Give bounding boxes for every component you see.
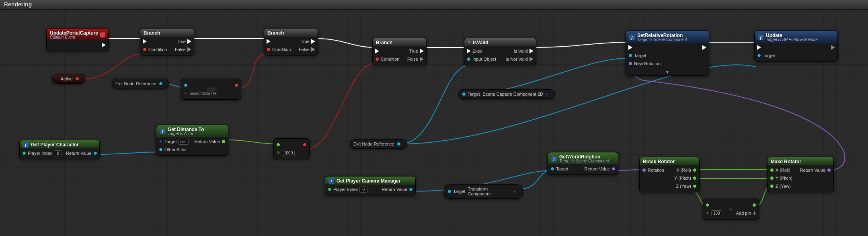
value-input[interactable]: 1000 bbox=[282, 150, 295, 156]
variable-scene-capture-component[interactable]: Target Scene Capture Component 2D bbox=[458, 89, 555, 99]
output-pin[interactable] bbox=[397, 142, 401, 146]
self-input[interactable]: self bbox=[179, 139, 189, 145]
operator-label: == bbox=[207, 85, 215, 94]
true-pin[interactable]: True bbox=[301, 38, 315, 45]
variable-active[interactable]: Active bbox=[52, 74, 85, 84]
x-roll-pin[interactable]: X (Roll) bbox=[676, 167, 697, 173]
rotation-pin[interactable]: Rotation bbox=[642, 167, 664, 173]
return-value-pin[interactable]: Return Value bbox=[195, 138, 226, 145]
false-pin[interactable]: False bbox=[175, 46, 191, 53]
node-less-equal[interactable]: 1000 bbox=[273, 138, 310, 159]
exec-in-pin[interactable] bbox=[375, 48, 399, 54]
node-get-distance-to[interactable]: f Get Distance To Target is Actor Target… bbox=[156, 125, 228, 156]
node-update-portal-capture[interactable]: UpdatePortalCapture Custom Event bbox=[46, 28, 109, 51]
isvalid-pin[interactable]: Is Valid bbox=[514, 48, 534, 54]
target-pin[interactable] bbox=[447, 189, 451, 193]
pin-label: Target bbox=[453, 189, 466, 194]
variable-exit-node-reference[interactable]: Exit Node Reference bbox=[350, 139, 407, 149]
node-add-float[interactable]: 180 ✚Add pin + bbox=[703, 199, 759, 220]
target-pin[interactable] bbox=[462, 92, 466, 96]
return-value-pin[interactable]: Return Value bbox=[800, 167, 831, 173]
node-branch[interactable]: Branch Condition True False bbox=[372, 38, 427, 65]
output-pin[interactable] bbox=[234, 82, 238, 88]
add-pin-button[interactable]: ✚Add pin bbox=[736, 210, 756, 216]
index-input[interactable]: 0 bbox=[359, 187, 367, 193]
pin-label: Rotation bbox=[648, 168, 664, 172]
pin-label: Is Valid bbox=[514, 49, 528, 53]
node-get-player-character[interactable]: f Get Player Character Player Index0 Ret… bbox=[19, 140, 100, 159]
exec-in-pin[interactable] bbox=[628, 44, 661, 51]
input-a-pin[interactable] bbox=[276, 142, 295, 148]
false-pin[interactable]: False bbox=[407, 56, 424, 62]
exec-out-pin[interactable] bbox=[702, 44, 706, 51]
output-pin[interactable] bbox=[752, 202, 756, 208]
node-get-player-camera-manager[interactable]: f Get Player Camera Manager Player Index… bbox=[325, 176, 416, 195]
x-roll-pin[interactable]: X (Roll) bbox=[770, 167, 792, 173]
pin-label: Return Value bbox=[585, 166, 610, 171]
node-isvalid[interactable]: ? IsValid Exec Input Object Is Valid Is … bbox=[464, 38, 536, 65]
value-input[interactable]: 180 bbox=[711, 210, 722, 216]
node-branch[interactable]: Branch Condition True False bbox=[264, 28, 318, 55]
condition-pin[interactable]: Condition bbox=[375, 56, 399, 62]
pin-label: Target bbox=[763, 53, 775, 58]
node-equal-object[interactable]: Select Asseties == bbox=[181, 79, 241, 100]
node-update[interactable]: f Update Target is BP Portal Exit Node T… bbox=[754, 31, 838, 62]
new-rotation-pin[interactable]: New Rotation bbox=[628, 60, 661, 67]
exec-out-pin[interactable] bbox=[102, 42, 106, 48]
condition-pin[interactable]: Condition bbox=[143, 46, 167, 53]
node-get-world-rotation[interactable]: f GetWorldRotation Target is Scene Compo… bbox=[548, 152, 618, 175]
node-header: UpdatePortalCapture Custom Event bbox=[47, 29, 108, 40]
return-value-pin[interactable]: Return Value bbox=[66, 150, 97, 156]
pin-label: Exec bbox=[472, 49, 482, 53]
other-actor-pin[interactable]: Other Actor bbox=[159, 146, 189, 153]
y-pitch-pin[interactable]: Y (Pitch) bbox=[674, 175, 697, 181]
pin-label: Z (Yaw) bbox=[776, 184, 791, 189]
output-pin[interactable] bbox=[159, 82, 163, 86]
true-pin[interactable]: True bbox=[177, 38, 191, 45]
node-branch[interactable]: Branch Condition True False bbox=[140, 28, 194, 55]
variable-transform-component[interactable]: Target Transform Component bbox=[444, 184, 523, 199]
output-pin[interactable] bbox=[75, 77, 79, 81]
node-set-relative-rotation[interactable]: f SetRelativeRotation Target is Scene Co… bbox=[626, 31, 709, 76]
z-yaw-pin[interactable]: Z (Yaw) bbox=[676, 183, 697, 189]
output-pin[interactable] bbox=[513, 189, 517, 193]
pin-label: Target bbox=[634, 53, 646, 58]
target-pin[interactable]: Target bbox=[628, 52, 661, 59]
player-index-pin[interactable]: Player Index0 bbox=[22, 150, 62, 156]
pin-label: Other Actor bbox=[164, 147, 187, 152]
false-pin[interactable]: False bbox=[299, 46, 315, 53]
node-title: Make Rotator bbox=[771, 159, 801, 164]
y-pitch-pin[interactable]: Y (Pitch) bbox=[770, 175, 792, 181]
isnotvalid-pin[interactable]: Is Not Valid bbox=[506, 56, 534, 62]
exec-in-pin[interactable]: Exec bbox=[467, 48, 496, 54]
exec-in-pin[interactable] bbox=[757, 44, 775, 51]
return-value-pin[interactable]: Return Value bbox=[585, 166, 616, 172]
index-input[interactable]: 0 bbox=[54, 150, 62, 156]
exec-in-pin[interactable] bbox=[143, 38, 167, 45]
target-pin[interactable]: Target bbox=[550, 166, 568, 172]
input-b-pin[interactable]: 1000 bbox=[276, 150, 295, 156]
player-index-pin[interactable]: Player Index0 bbox=[328, 186, 367, 193]
node-make-rotator[interactable]: Make Rotator X (Roll) Y (Pitch) Z (Yaw) … bbox=[767, 157, 834, 192]
expand-toggle[interactable]: ▼ bbox=[626, 69, 709, 75]
exec-out-pin[interactable] bbox=[831, 44, 835, 51]
input-object-pin[interactable]: Input Object bbox=[467, 56, 496, 62]
condition-pin[interactable]: Condition bbox=[267, 46, 291, 53]
pin-label: Player Index bbox=[28, 151, 52, 156]
output-pin[interactable] bbox=[545, 92, 549, 96]
pin-label: X (Roll) bbox=[676, 168, 691, 172]
target-pin[interactable]: Target bbox=[757, 52, 775, 59]
node-title: Branch bbox=[144, 30, 160, 36]
target-pin[interactable]: Targetself bbox=[159, 138, 189, 145]
variable-exit-node-reference[interactable]: Exit Node Reference bbox=[112, 79, 169, 88]
return-value-pin[interactable]: Return Value bbox=[382, 186, 413, 193]
output-pin[interactable] bbox=[303, 142, 307, 148]
pin-label: Return Value bbox=[800, 168, 825, 172]
input-a-pin[interactable] bbox=[706, 202, 722, 208]
exec-in-pin[interactable] bbox=[267, 38, 291, 45]
node-break-rotator[interactable]: Break Rotator Rotation X (Roll) Y (Pitch… bbox=[639, 157, 700, 192]
input-b-pin[interactable]: 180 bbox=[706, 210, 722, 216]
node-header: Branch bbox=[140, 29, 194, 37]
true-pin[interactable]: True bbox=[409, 48, 424, 54]
z-yaw-pin[interactable]: Z (Yaw) bbox=[770, 183, 792, 189]
